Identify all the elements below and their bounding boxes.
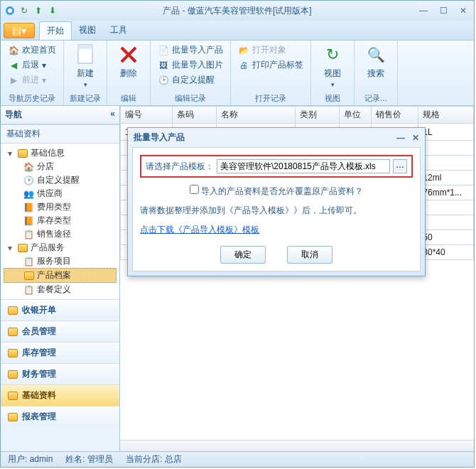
dialog-title: 批量导入产品 bbox=[134, 131, 185, 144]
navsec-basedata[interactable]: 基础资料 bbox=[1, 384, 119, 406]
service-icon: 📋 bbox=[23, 257, 34, 266]
folder-icon bbox=[8, 370, 18, 379]
template-path-input[interactable] bbox=[217, 159, 390, 173]
search-icon: 🔍 bbox=[364, 43, 387, 66]
col-header[interactable]: 单位 bbox=[340, 107, 371, 124]
dialog-minimize-icon[interactable]: — bbox=[396, 133, 405, 143]
print-icon: 🖨 bbox=[238, 60, 249, 71]
open-object-button[interactable]: 📂打开对象 bbox=[237, 43, 305, 57]
new-icon bbox=[74, 43, 97, 66]
nav-sections: 收银开单 会员管理 库存管理 财务管理 基础资料 报表管理 bbox=[1, 299, 119, 451]
new-button[interactable]: 新建▾ bbox=[70, 43, 101, 92]
tree: ▾基础信息 🏠分店 🕑自定义提醒 👥供应商 📙费用类型 📙库存类型 📋销售途径 … bbox=[1, 144, 119, 299]
delete-icon bbox=[117, 43, 140, 66]
navsec-report[interactable]: 报表管理 bbox=[1, 406, 119, 427]
welcome-home-button[interactable]: 🏠欢迎首页 bbox=[6, 43, 58, 57]
delete-button[interactable]: 删除 bbox=[113, 43, 144, 92]
reminder-icon: 🕑 bbox=[158, 75, 169, 86]
channel-icon: 📋 bbox=[23, 230, 34, 239]
folder-icon bbox=[8, 392, 18, 400]
svg-point-1 bbox=[8, 9, 12, 13]
tree-service-item[interactable]: 📋服务项目 bbox=[4, 254, 117, 268]
open-record-group-label: 打开记录 bbox=[237, 92, 305, 104]
forward-button[interactable]: ▶前进 ▾ bbox=[6, 73, 58, 87]
tree-base-info[interactable]: ▾基础信息 bbox=[4, 146, 117, 160]
search-button[interactable]: 🔍搜索 bbox=[360, 43, 391, 92]
col-header[interactable]: 类别 bbox=[296, 107, 340, 124]
print-label-button[interactable]: 🖨打印产品标签 bbox=[237, 58, 305, 72]
navsec-member[interactable]: 会员管理 bbox=[1, 320, 119, 342]
tree-stock-type[interactable]: 📙库存类型 bbox=[4, 214, 117, 227]
tree-more[interactable]: 📋套餐定义 bbox=[4, 283, 117, 296]
qat-down-icon[interactable]: ⬇ bbox=[46, 4, 59, 17]
download-template-link[interactable]: 点击下载《产品导入模板》模板 bbox=[140, 225, 259, 234]
ok-button[interactable]: 确定 bbox=[220, 246, 266, 264]
tree-fee-type[interactable]: 📙费用类型 bbox=[4, 200, 117, 214]
status-user: 用户: admin bbox=[8, 453, 53, 465]
ribbon: 🏠欢迎首页 ◀后退 ▾ ▶前进 ▾ 导航历史记录 新建▾ 新建记录 删除 编辑 … bbox=[1, 41, 474, 106]
titlebar: ↻ ⬆ ⬇ 产品 - 傲蓝汽车美容管理软件[试用版本] — ☐ ✕ bbox=[1, 1, 474, 21]
ribbon-tabs: ▤▾ 开始 视图 工具 bbox=[1, 21, 474, 41]
forward-icon: ▶ bbox=[8, 75, 19, 86]
batch-import-image-button[interactable]: 🖼批量导入图片 bbox=[156, 58, 225, 72]
navsec-stock[interactable]: 库存管理 bbox=[1, 342, 119, 363]
col-header[interactable]: 名称 bbox=[217, 107, 296, 124]
qat-logo-icon[interactable] bbox=[4, 4, 16, 17]
refresh-icon: ↻ bbox=[321, 43, 344, 66]
navsec-cashier[interactable]: 收银开单 bbox=[1, 299, 119, 320]
back-button[interactable]: ◀后退 ▾ bbox=[6, 58, 58, 72]
tree-custom-reminder[interactable]: 🕑自定义提醒 bbox=[4, 173, 117, 187]
open-icon: 📂 bbox=[238, 45, 249, 56]
qat-up-icon[interactable]: ⬆ bbox=[32, 4, 45, 17]
branch-icon: 🏠 bbox=[23, 162, 34, 172]
tab-tools[interactable]: 工具 bbox=[103, 21, 134, 40]
col-header[interactable]: 规格 bbox=[418, 107, 474, 124]
reminder-icon: 🕑 bbox=[23, 176, 34, 185]
folder-icon bbox=[8, 413, 18, 421]
status-bar: 用户: admin 姓名: 管理员 当前分店: 总店 bbox=[1, 451, 474, 467]
folder-icon bbox=[24, 271, 34, 280]
status-branch: 当前分店: 总店 bbox=[126, 453, 182, 465]
sidebar-collapse-icon[interactable]: « bbox=[110, 109, 115, 121]
qat-refresh-icon[interactable]: ↻ bbox=[18, 4, 31, 17]
svg-rect-3 bbox=[78, 45, 92, 49]
close-button[interactable]: ✕ bbox=[455, 6, 471, 16]
import-dialog: 批量导入产品 —✕ 请选择产品模板： … 导入的产品资料是否允许覆盖原产品资料？… bbox=[127, 127, 426, 276]
template-select-row: 请选择产品模板： … bbox=[140, 155, 413, 178]
tree-product-service[interactable]: ▾产品服务 bbox=[4, 241, 117, 254]
folder-icon bbox=[8, 349, 18, 357]
maximize-button[interactable]: ☐ bbox=[436, 6, 451, 16]
status-name: 姓名: 管理员 bbox=[65, 453, 113, 465]
folder-icon bbox=[18, 244, 28, 252]
horizontal-scrollbar[interactable] bbox=[120, 440, 474, 451]
overwrite-checkbox[interactable]: 导入的产品资料是否允许覆盖原产品资料？ bbox=[190, 186, 363, 196]
minimize-button[interactable]: — bbox=[416, 6, 431, 16]
tree-product-file[interactable]: 产品档案 bbox=[4, 268, 117, 283]
supplier-icon: 👥 bbox=[23, 189, 34, 199]
dialog-close-icon[interactable]: ✕ bbox=[412, 133, 419, 143]
batch-import-product-button[interactable]: 📄批量导入产品 bbox=[156, 43, 225, 57]
tree-supplier[interactable]: 👥供应商 bbox=[4, 187, 117, 200]
tree-branch[interactable]: 🏠分店 bbox=[4, 160, 117, 173]
tree-sale-channel[interactable]: 📋销售途径 bbox=[4, 227, 117, 241]
browse-button[interactable]: … bbox=[393, 159, 407, 173]
navsec-finance[interactable]: 财务管理 bbox=[1, 363, 119, 384]
cancel-button[interactable]: 取消 bbox=[287, 246, 332, 264]
col-header[interactable]: 销售价 bbox=[371, 107, 418, 124]
import-image-icon: 🖼 bbox=[158, 60, 169, 71]
edit-group-label: 编辑 bbox=[113, 92, 144, 104]
sidebar-section-header: 基础资料 bbox=[1, 124, 119, 144]
back-icon: ◀ bbox=[8, 60, 19, 71]
app-menu-button[interactable]: ▤▾ bbox=[4, 23, 35, 38]
sidebar-title: 导航 bbox=[5, 109, 22, 121]
col-header[interactable]: 条码 bbox=[173, 107, 217, 124]
sidebar: 导航« 基础资料 ▾基础信息 🏠分店 🕑自定义提醒 👥供应商 📙费用类型 📙库存… bbox=[1, 106, 120, 451]
main: 编号条码名称类别单位销售价规格 161008...6598311号全合成机油汽机… bbox=[120, 106, 474, 451]
col-header[interactable]: 编号 bbox=[121, 107, 173, 124]
tab-start[interactable]: 开始 bbox=[39, 21, 72, 40]
tab-view[interactable]: 视图 bbox=[72, 21, 103, 40]
view-button[interactable]: ↻视图▾ bbox=[317, 43, 348, 92]
folder-icon bbox=[8, 328, 18, 336]
custom-reminder-button[interactable]: 🕑自定义提醒 bbox=[156, 73, 225, 87]
view-group-label: 视图 bbox=[317, 92, 348, 104]
